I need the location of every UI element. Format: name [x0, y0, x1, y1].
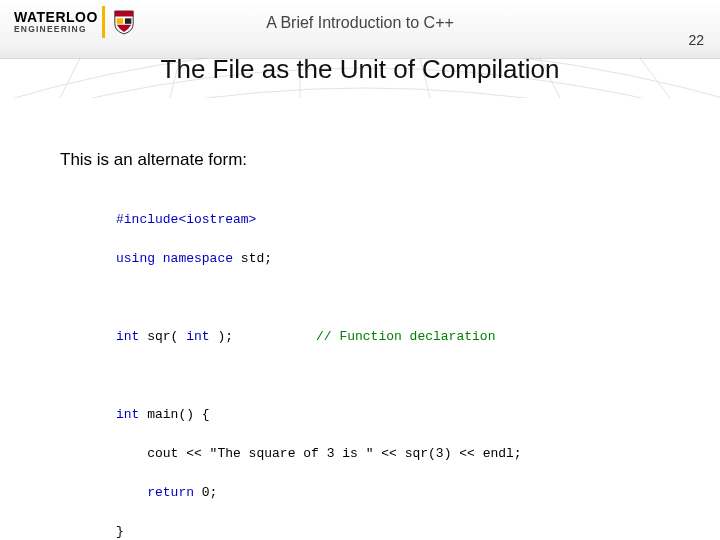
intro-text: This is an alternate form:	[60, 150, 680, 170]
code-line: using namespace std;	[116, 249, 680, 269]
code-line: #include<iostream>	[116, 210, 680, 230]
code-line	[116, 288, 680, 308]
code-line: int main() {	[116, 405, 680, 425]
code-line: }	[116, 522, 680, 541]
slide-body: This is an alternate form: #include<iost…	[60, 150, 680, 540]
page-number: 22	[688, 32, 704, 48]
code-line: int sqr( int ); // Function declaration	[116, 327, 680, 347]
code-line	[116, 366, 680, 386]
code-comment: // Function declaration	[316, 327, 495, 347]
code-line: return 0;	[116, 483, 680, 503]
document-title: A Brief Introduction to C++	[0, 14, 720, 32]
code-block: #include<iostream> using namespace std; …	[116, 190, 680, 540]
code-line: cout << "The square of 3 is " << sqr(3) …	[116, 444, 680, 464]
slide-title: The File as the Unit of Compilation	[0, 54, 720, 85]
slide-header: WATERLOO ENGINEERING A Brief Introductio…	[0, 0, 720, 59]
